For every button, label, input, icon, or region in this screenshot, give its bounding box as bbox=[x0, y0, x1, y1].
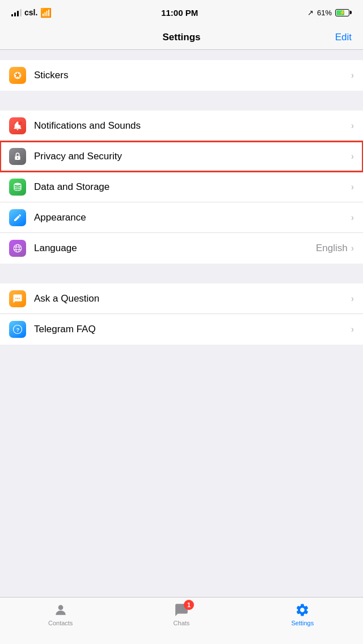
svg-point-3 bbox=[17, 157, 18, 158]
signal-bar-1 bbox=[11, 14, 13, 16]
settings-tab-label: Settings bbox=[291, 620, 314, 626]
svg-point-11 bbox=[19, 298, 20, 299]
svg-point-5 bbox=[14, 244, 22, 252]
privacy-label: Privacy and Security bbox=[34, 151, 351, 162]
contacts-tab-label: Contacts bbox=[48, 620, 73, 626]
tab-settings[interactable]: Settings bbox=[242, 602, 363, 626]
svg-point-9 bbox=[15, 298, 16, 299]
svg-point-4 bbox=[14, 183, 21, 185]
svg-point-1 bbox=[19, 121, 22, 125]
svg-point-14 bbox=[58, 605, 63, 610]
ask-question-label: Ask a Question bbox=[34, 293, 351, 304]
status-right: ↗ 61% ⚡ bbox=[307, 9, 352, 17]
settings-section-1: Stickers › bbox=[0, 60, 363, 91]
section-spacer-3 bbox=[0, 264, 363, 283]
battery-indicator: ⚡ bbox=[335, 9, 352, 16]
status-time: 11:00 PM bbox=[161, 8, 198, 18]
signal-bar-2 bbox=[14, 12, 16, 16]
row-faq[interactable]: ? Telegram FAQ › bbox=[0, 314, 363, 345]
wifi-icon: 📶 bbox=[40, 7, 52, 18]
battery-tip bbox=[350, 11, 352, 14]
bolt-icon: ⚡ bbox=[339, 10, 345, 15]
question-icon: ? bbox=[9, 321, 26, 338]
stickers-chevron: › bbox=[351, 70, 354, 80]
privacy-chevron: › bbox=[351, 151, 354, 162]
language-value: English bbox=[316, 243, 348, 254]
sticker-icon bbox=[9, 67, 26, 84]
tab-bar: Contacts 1 Chats Settings bbox=[0, 597, 363, 644]
notifications-label: Notifications and Sounds bbox=[34, 120, 351, 132]
pencil-icon bbox=[9, 209, 26, 226]
signal-bar-3 bbox=[17, 11, 19, 16]
signal-bar-4 bbox=[20, 9, 22, 16]
nav-bar: Settings Edit bbox=[0, 25, 363, 50]
settings-icon-wrap bbox=[294, 602, 310, 618]
row-notifications[interactable]: Notifications and Sounds › bbox=[0, 111, 363, 141]
status-bar: csl. 📶 11:00 PM ↗ 61% ⚡ bbox=[0, 0, 363, 25]
status-left: csl. 📶 bbox=[11, 7, 52, 18]
stickers-label: Stickers bbox=[34, 70, 351, 81]
tab-chats[interactable]: 1 Chats bbox=[121, 602, 242, 626]
appearance-label: Appearance bbox=[34, 212, 351, 223]
chat-icon bbox=[9, 290, 26, 307]
settings-section-2: Notifications and Sounds › Privacy and S… bbox=[0, 111, 363, 264]
globe-icon bbox=[9, 240, 26, 257]
svg-text:?: ? bbox=[16, 327, 19, 333]
database-icon bbox=[9, 179, 26, 196]
battery-percent: 61% bbox=[317, 9, 332, 17]
faq-chevron: › bbox=[351, 324, 354, 334]
row-ask-question[interactable]: Ask a Question › bbox=[0, 283, 363, 314]
settings-section-3: Ask a Question › ? Telegram FAQ › bbox=[0, 283, 363, 345]
language-chevron: › bbox=[351, 243, 354, 253]
person-icon bbox=[53, 602, 69, 618]
location-icon: ↗ bbox=[307, 9, 314, 17]
edit-button[interactable]: Edit bbox=[335, 32, 352, 43]
bell-icon bbox=[9, 117, 26, 134]
ask-question-chevron: › bbox=[351, 294, 354, 304]
lock-icon bbox=[9, 148, 26, 165]
bottom-spacer bbox=[0, 345, 363, 401]
signal-bars bbox=[11, 9, 22, 16]
faq-label: Telegram FAQ bbox=[34, 324, 351, 335]
nav-title: Settings bbox=[162, 32, 200, 43]
data-label: Data and Storage bbox=[34, 181, 351, 193]
svg-point-10 bbox=[17, 298, 18, 299]
notifications-chevron: › bbox=[351, 121, 354, 131]
row-language[interactable]: Language English › bbox=[0, 233, 363, 264]
contacts-icon-wrap bbox=[53, 602, 69, 618]
row-stickers[interactable]: Stickers › bbox=[0, 60, 363, 91]
battery-body: ⚡ bbox=[335, 9, 349, 16]
row-data[interactable]: Data and Storage › bbox=[0, 172, 363, 202]
appearance-chevron: › bbox=[351, 213, 354, 223]
row-privacy[interactable]: Privacy and Security › bbox=[0, 141, 363, 172]
settings-icon bbox=[294, 602, 310, 618]
chats-badge: 1 bbox=[184, 600, 194, 610]
carrier-label: csl. bbox=[24, 8, 37, 17]
chats-icon-wrap: 1 bbox=[174, 602, 189, 618]
data-chevron: › bbox=[351, 182, 354, 192]
tab-contacts[interactable]: Contacts bbox=[0, 602, 121, 626]
section-spacer-2 bbox=[0, 91, 363, 111]
svg-point-6 bbox=[16, 244, 19, 252]
language-label: Language bbox=[34, 243, 316, 254]
chats-tab-label: Chats bbox=[174, 620, 190, 626]
section-spacer-top bbox=[0, 50, 363, 60]
row-appearance[interactable]: Appearance › bbox=[0, 202, 363, 233]
